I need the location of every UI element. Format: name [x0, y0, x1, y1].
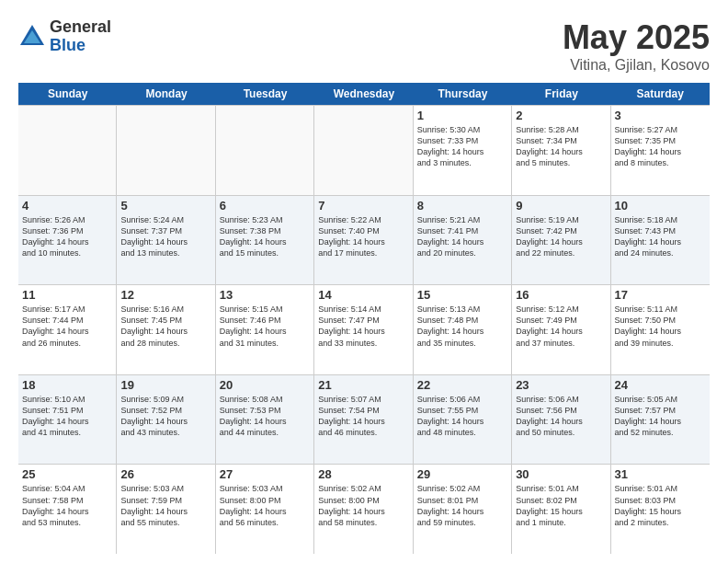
cell-text: Sunrise: 5:06 AM Sunset: 7:55 PM Dayligh…: [417, 394, 507, 439]
calendar-cell-w3-d7: 17Sunrise: 5:11 AM Sunset: 7:50 PM Dayli…: [611, 285, 710, 374]
calendar-body: 1Sunrise: 5:30 AM Sunset: 7:33 PM Daylig…: [18, 105, 710, 554]
day-number: 16: [516, 288, 606, 302]
cell-text: Sunrise: 5:09 AM Sunset: 7:52 PM Dayligh…: [120, 394, 210, 439]
cell-text: Sunrise: 5:21 AM Sunset: 7:41 PM Dayligh…: [417, 214, 507, 259]
calendar-cell-w2-d7: 10Sunrise: 5:18 AM Sunset: 7:43 PM Dayli…: [611, 196, 710, 285]
calendar-cell-w3-d2: 12Sunrise: 5:16 AM Sunset: 7:45 PM Dayli…: [117, 285, 215, 374]
cell-text: Sunrise: 5:30 AM Sunset: 7:33 PM Dayligh…: [417, 124, 507, 169]
calendar-cell-w2-d6: 9Sunrise: 5:19 AM Sunset: 7:42 PM Daylig…: [512, 196, 610, 285]
day-number: 8: [417, 199, 507, 213]
cell-text: Sunrise: 5:02 AM Sunset: 8:01 PM Dayligh…: [417, 483, 507, 528]
calendar-cell-w2-d1: 4Sunrise: 5:26 AM Sunset: 7:36 PM Daylig…: [18, 196, 117, 285]
calendar-cell-w4-d7: 24Sunrise: 5:05 AM Sunset: 7:57 PM Dayli…: [611, 375, 710, 465]
calendar-cell-w5-d2: 26Sunrise: 5:03 AM Sunset: 7:59 PM Dayli…: [117, 465, 215, 554]
header-wednesday: Wednesday: [314, 83, 413, 105]
calendar-cell-w5-d5: 29Sunrise: 5:02 AM Sunset: 8:01 PM Dayli…: [414, 465, 512, 554]
title-location: Vitina, Gjilan, Kosovo: [563, 57, 710, 74]
calendar-cell-w3-d4: 14Sunrise: 5:14 AM Sunset: 7:47 PM Dayli…: [314, 285, 413, 374]
day-number: 12: [120, 288, 210, 302]
day-number: 13: [220, 288, 310, 302]
title-block: May 2025 Vitina, Gjilan, Kosovo: [563, 18, 710, 74]
day-number: 31: [615, 467, 706, 481]
cell-text: Sunrise: 5:07 AM Sunset: 7:54 PM Dayligh…: [318, 394, 408, 439]
calendar-cell-w4-d1: 18Sunrise: 5:10 AM Sunset: 7:51 PM Dayli…: [18, 375, 117, 465]
calendar-cell-w1-d4: [314, 106, 413, 195]
day-number: 23: [516, 378, 606, 392]
calendar-cell-w5-d6: 30Sunrise: 5:01 AM Sunset: 8:02 PM Dayli…: [512, 465, 610, 554]
day-number: 22: [417, 378, 507, 392]
calendar-row-5: 25Sunrise: 5:04 AM Sunset: 7:58 PM Dayli…: [18, 464, 710, 554]
calendar-cell-w1-d1: [18, 106, 117, 195]
logo-text: General Blue: [50, 18, 111, 55]
day-number: 27: [220, 467, 310, 481]
calendar-row-2: 4Sunrise: 5:26 AM Sunset: 7:36 PM Daylig…: [18, 195, 710, 285]
calendar-row-4: 18Sunrise: 5:10 AM Sunset: 7:51 PM Dayli…: [18, 374, 710, 465]
cell-text: Sunrise: 5:02 AM Sunset: 8:00 PM Dayligh…: [318, 483, 408, 528]
logo-blue-text: Blue: [50, 37, 111, 55]
logo: General Blue: [18, 18, 111, 55]
cell-text: Sunrise: 5:28 AM Sunset: 7:34 PM Dayligh…: [516, 124, 606, 169]
calendar-row-1: 1Sunrise: 5:30 AM Sunset: 7:33 PM Daylig…: [18, 105, 710, 195]
calendar-cell-w4-d2: 19Sunrise: 5:09 AM Sunset: 7:52 PM Dayli…: [117, 375, 215, 465]
title-month: May 2025: [563, 18, 710, 57]
header-saturday: Saturday: [611, 83, 710, 105]
day-number: 18: [22, 378, 112, 392]
day-number: 20: [220, 378, 310, 392]
day-number: 9: [516, 199, 606, 213]
cell-text: Sunrise: 5:24 AM Sunset: 7:37 PM Dayligh…: [120, 214, 210, 259]
calendar-cell-w3-d3: 13Sunrise: 5:15 AM Sunset: 7:46 PM Dayli…: [216, 285, 314, 374]
cell-text: Sunrise: 5:10 AM Sunset: 7:51 PM Dayligh…: [22, 394, 112, 439]
day-number: 25: [22, 467, 112, 481]
cell-text: Sunrise: 5:16 AM Sunset: 7:45 PM Dayligh…: [120, 304, 210, 349]
logo-icon: [18, 23, 46, 51]
calendar-cell-w2-d5: 8Sunrise: 5:21 AM Sunset: 7:41 PM Daylig…: [414, 196, 512, 285]
calendar-cell-w4-d3: 20Sunrise: 5:08 AM Sunset: 7:53 PM Dayli…: [216, 375, 314, 465]
header-friday: Friday: [512, 83, 610, 105]
calendar-cell-w2-d4: 7Sunrise: 5:22 AM Sunset: 7:40 PM Daylig…: [314, 196, 413, 285]
cell-text: Sunrise: 5:14 AM Sunset: 7:47 PM Dayligh…: [318, 304, 408, 349]
calendar-cell-w1-d6: 2Sunrise: 5:28 AM Sunset: 7:34 PM Daylig…: [512, 106, 610, 195]
day-number: 7: [318, 199, 408, 213]
calendar-cell-w4-d4: 21Sunrise: 5:07 AM Sunset: 7:54 PM Dayli…: [314, 375, 413, 465]
cell-text: Sunrise: 5:01 AM Sunset: 8:03 PM Dayligh…: [615, 483, 706, 528]
calendar-cell-w5-d7: 31Sunrise: 5:01 AM Sunset: 8:03 PM Dayli…: [611, 465, 710, 554]
cell-text: Sunrise: 5:01 AM Sunset: 8:02 PM Dayligh…: [516, 483, 606, 528]
day-number: 26: [120, 467, 210, 481]
calendar-cell-w2-d2: 5Sunrise: 5:24 AM Sunset: 7:37 PM Daylig…: [117, 196, 215, 285]
header-thursday: Thursday: [414, 83, 512, 105]
day-number: 14: [318, 288, 408, 302]
day-number: 19: [120, 378, 210, 392]
header-monday: Monday: [117, 83, 215, 105]
day-number: 6: [220, 199, 310, 213]
day-number: 17: [615, 288, 706, 302]
cell-text: Sunrise: 5:06 AM Sunset: 7:56 PM Dayligh…: [516, 394, 606, 439]
calendar-cell-w1-d2: [117, 106, 215, 195]
cell-text: Sunrise: 5:13 AM Sunset: 7:48 PM Dayligh…: [417, 304, 507, 349]
calendar-cell-w5-d4: 28Sunrise: 5:02 AM Sunset: 8:00 PM Dayli…: [314, 465, 413, 554]
cell-text: Sunrise: 5:15 AM Sunset: 7:46 PM Dayligh…: [220, 304, 310, 349]
cell-text: Sunrise: 5:18 AM Sunset: 7:43 PM Dayligh…: [615, 214, 706, 259]
day-number: 5: [120, 199, 210, 213]
day-number: 21: [318, 378, 408, 392]
cell-text: Sunrise: 5:17 AM Sunset: 7:44 PM Dayligh…: [22, 304, 112, 349]
day-number: 29: [417, 467, 507, 481]
day-number: 28: [318, 467, 408, 481]
cell-text: Sunrise: 5:26 AM Sunset: 7:36 PM Dayligh…: [22, 214, 112, 259]
cell-text: Sunrise: 5:08 AM Sunset: 7:53 PM Dayligh…: [220, 394, 310, 439]
calendar-cell-w4-d6: 23Sunrise: 5:06 AM Sunset: 7:56 PM Dayli…: [512, 375, 610, 465]
cell-text: Sunrise: 5:27 AM Sunset: 7:35 PM Dayligh…: [615, 124, 706, 169]
calendar-cell-w5-d3: 27Sunrise: 5:03 AM Sunset: 8:00 PM Dayli…: [216, 465, 314, 554]
calendar-cell-w5-d1: 25Sunrise: 5:04 AM Sunset: 7:58 PM Dayli…: [18, 465, 117, 554]
day-number: 24: [615, 378, 706, 392]
cell-text: Sunrise: 5:22 AM Sunset: 7:40 PM Dayligh…: [318, 214, 408, 259]
cell-text: Sunrise: 5:05 AM Sunset: 7:57 PM Dayligh…: [615, 394, 706, 439]
day-number: 4: [22, 199, 112, 213]
calendar-cell-w2-d3: 6Sunrise: 5:23 AM Sunset: 7:38 PM Daylig…: [216, 196, 314, 285]
cell-text: Sunrise: 5:19 AM Sunset: 7:42 PM Dayligh…: [516, 214, 606, 259]
cell-text: Sunrise: 5:12 AM Sunset: 7:49 PM Dayligh…: [516, 304, 606, 349]
cell-text: Sunrise: 5:03 AM Sunset: 8:00 PM Dayligh…: [220, 483, 310, 528]
calendar-cell-w3-d6: 16Sunrise: 5:12 AM Sunset: 7:49 PM Dayli…: [512, 285, 610, 374]
day-number: 1: [417, 109, 507, 122]
calendar-cell-w4-d5: 22Sunrise: 5:06 AM Sunset: 7:55 PM Dayli…: [414, 375, 512, 465]
header: General Blue May 2025 Vitina, Gjilan, Ko…: [18, 18, 710, 74]
